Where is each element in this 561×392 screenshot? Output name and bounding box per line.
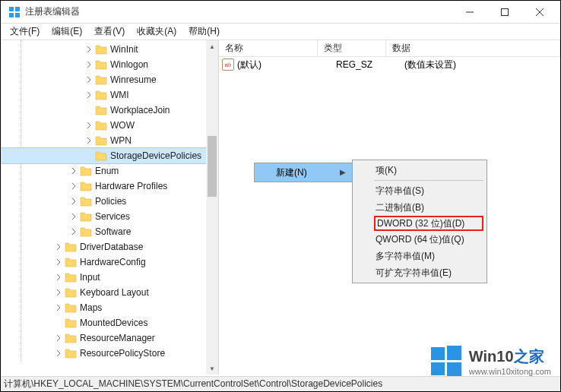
menu-favorites[interactable]: 收藏夹(A): [131, 24, 182, 40]
tree-item[interactable]: Winlogon: [1, 57, 218, 72]
tree-item-label: MountedDevices: [80, 318, 147, 328]
tree-item-label: Enum: [95, 166, 119, 176]
column-type[interactable]: 类型: [318, 40, 386, 56]
tree-item[interactable]: WinInit: [1, 42, 218, 57]
svg-rect-4: [502, 8, 509, 15]
folder-icon: [65, 348, 77, 359]
tree-item[interactable]: Maps: [1, 300, 218, 315]
expander-icon[interactable]: [69, 197, 78, 206]
tree-item[interactable]: StorageDevicePolicies: [1, 148, 218, 163]
menubar: 文件(F) 编辑(E) 查看(V) 收藏夹(A) 帮助(H): [1, 24, 560, 40]
expander-icon[interactable]: [69, 212, 78, 221]
tree-item-label: WorkplaceJoin: [110, 105, 170, 115]
submenu-dword[interactable]: DWORD (32 位)值(D): [374, 216, 483, 231]
close-button[interactable]: [522, 1, 557, 24]
expander-icon[interactable]: [54, 334, 63, 343]
column-data[interactable]: 数据: [386, 40, 560, 56]
menu-view[interactable]: 查看(V): [88, 24, 131, 40]
tree-item[interactable]: HardwareConfig: [1, 254, 218, 270]
scroll-up-icon[interactable]: ▲: [206, 40, 218, 52]
submenu-expand[interactable]: 可扩充字符串值(E): [353, 264, 487, 281]
expander-icon[interactable]: [84, 60, 94, 69]
context-menu-new: 新建(N) ▶: [254, 163, 353, 182]
expander-icon[interactable]: [54, 303, 63, 312]
tree-item[interactable]: WorkplaceJoin: [1, 103, 218, 118]
cell-name: (默认): [237, 58, 330, 71]
expander-icon[interactable]: [84, 136, 94, 145]
expander-icon[interactable]: [54, 258, 63, 267]
app-icon: [8, 6, 21, 18]
tree-item-label: Winresume: [110, 74, 157, 85]
expander-icon[interactable]: [54, 273, 63, 282]
tree-item-label: Hardware Profiles: [95, 181, 167, 191]
tree-item[interactable]: WMI: [1, 87, 218, 103]
tree-item-label: WMI: [110, 90, 129, 100]
folder-icon: [95, 120, 107, 131]
tree-item-label: Winlogon: [110, 59, 148, 70]
svg-rect-3: [15, 13, 20, 17]
expander-icon[interactable]: [84, 90, 94, 100]
submenu-binary[interactable]: 二进制值(B): [353, 199, 487, 216]
statusbar: 计算机\HKEY_LOCAL_MACHINE\SYSTEM\CurrentCon…: [1, 376, 560, 391]
tree-item[interactable]: Policies: [1, 194, 218, 209]
menu-help[interactable]: 帮助(H): [182, 24, 226, 40]
tree-item[interactable]: DriverDatabase: [1, 239, 218, 254]
submenu-string[interactable]: 字符串值(S): [353, 182, 487, 199]
folder-icon: [65, 242, 77, 252]
expander-icon[interactable]: [54, 349, 63, 358]
expander-none: [84, 151, 94, 160]
tree-item-label: Services: [95, 211, 130, 222]
scroll-down-icon[interactable]: ▼: [206, 362, 218, 375]
menu-edit[interactable]: 编辑(E): [46, 24, 88, 40]
folder-icon: [95, 44, 107, 55]
context-item-new[interactable]: 新建(N) ▶: [255, 163, 352, 182]
menu-file[interactable]: 文件(F): [4, 24, 46, 40]
tree-item[interactable]: Winresume: [1, 72, 218, 87]
submenu-arrow-icon: ▶: [340, 168, 346, 176]
column-name[interactable]: 名称: [219, 40, 318, 56]
tree-item[interactable]: Hardware Profiles: [1, 179, 218, 194]
tree-item[interactable]: Input: [1, 270, 218, 285]
submenu-qword[interactable]: QWORD (64 位)值(Q): [353, 231, 487, 248]
expander-icon[interactable]: [54, 288, 63, 297]
list-row[interactable]: ab (默认) REG_SZ (数值未设置): [219, 57, 560, 72]
maximize-button[interactable]: [487, 1, 522, 24]
status-path: 计算机\HKEY_LOCAL_MACHINE\SYSTEM\CurrentCon…: [4, 378, 382, 390]
svg-rect-0: [9, 7, 14, 11]
tree-item[interactable]: ResourcePolicyStore: [1, 346, 218, 361]
svg-rect-2: [9, 13, 14, 17]
expander-icon[interactable]: [84, 45, 94, 54]
tree-item[interactable]: WOW: [1, 118, 218, 133]
cell-type: REG_SZ: [330, 59, 398, 70]
tree-item[interactable]: Software: [1, 224, 218, 239]
folder-icon: [95, 90, 107, 100]
submenu-key[interactable]: 项(K): [353, 162, 487, 179]
tree-item[interactable]: ResourceManager: [1, 330, 218, 346]
folder-icon: [65, 318, 77, 328]
tree-item-label: Policies: [95, 196, 126, 207]
tree-item[interactable]: MountedDevices: [1, 315, 218, 330]
folder-icon: [80, 181, 92, 191]
scroll-track[interactable]: [206, 52, 218, 362]
expander-icon[interactable]: [84, 121, 94, 130]
expander-icon[interactable]: [69, 227, 78, 236]
minimize-button[interactable]: [452, 1, 487, 24]
expander-icon[interactable]: [84, 75, 94, 84]
tree-item-label: WinInit: [110, 44, 138, 55]
scroll-thumb[interactable]: [208, 136, 217, 197]
tree-item-label: Software: [95, 226, 131, 237]
folder-icon: [80, 196, 92, 207]
submenu-separator: [374, 180, 483, 181]
folder-icon: [65, 302, 77, 313]
submenu-new: 项(K) 字符串值(S) 二进制值(B) DWORD (32 位)值(D) QW…: [352, 160, 487, 283]
submenu-multi[interactable]: 多字符串值(M): [353, 248, 487, 264]
window-title: 注册表编辑器: [25, 5, 80, 18]
expander-icon[interactable]: [69, 166, 78, 175]
tree-item[interactable]: Enum: [1, 163, 218, 179]
expander-icon[interactable]: [69, 182, 78, 191]
tree-item[interactable]: WPN: [1, 133, 218, 148]
tree-item[interactable]: Services: [1, 209, 218, 224]
tree-item[interactable]: Keyboard Layout: [1, 285, 218, 300]
expander-icon[interactable]: [54, 242, 63, 251]
tree-scrollbar[interactable]: ▲ ▼: [206, 40, 218, 375]
